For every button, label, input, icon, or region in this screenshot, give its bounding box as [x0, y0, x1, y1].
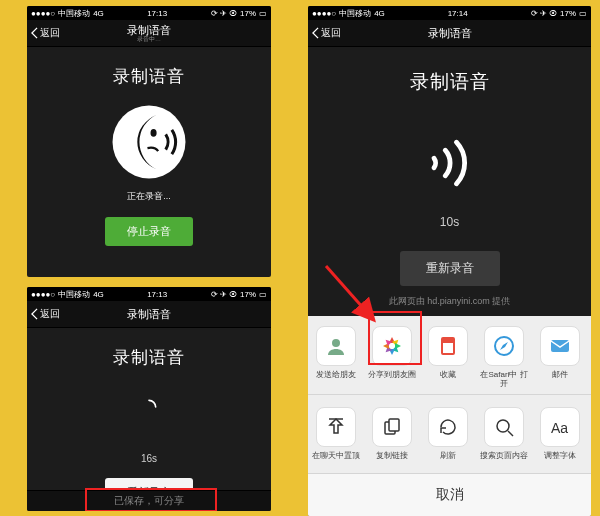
sheet-item-refresh[interactable]: 刷新: [420, 407, 476, 469]
status-bar: ●●●●○ 中国移动 4G 17:13 ⟳ ✈︎ ⦿ 17% ▭: [27, 287, 271, 301]
sheet-item-qq[interactable]: 分享到手机Q: [588, 326, 591, 388]
duration-label: 10s: [440, 215, 459, 229]
wechat-friend-icon: [316, 326, 356, 366]
nav-bar: 返回 录制语音: [308, 20, 591, 47]
moments-icon: [372, 326, 412, 366]
refresh-icon: [428, 407, 468, 447]
sheet-item-label: 搜索页面内容: [478, 451, 530, 469]
provider-text: 此网页由 hd.pianyini.com 提供: [308, 289, 591, 316]
rerecord-button[interactable]: 重新录音: [400, 251, 500, 286]
nav-title: 录制语音: [127, 308, 171, 320]
nav-title: 录制语音: [428, 27, 472, 39]
back-button[interactable]: 返回: [31, 26, 60, 40]
mail-icon: [540, 326, 580, 366]
recording-status: 正在录音...: [127, 190, 171, 203]
svg-point-2: [332, 339, 340, 347]
sheet-item-font-size[interactable]: Aa调整字体: [532, 407, 588, 469]
svg-line-15: [508, 431, 513, 436]
sheet-item-safari[interactable]: 在Safari中 打开: [476, 326, 532, 388]
sheet-item-label: 分享到朋友圈: [366, 370, 418, 388]
pin-top-icon: [316, 407, 356, 447]
page-title: 录制语音: [410, 69, 490, 95]
favorite-icon: [428, 326, 468, 366]
status-time: 17:14: [448, 9, 468, 18]
search-page-icon: [484, 407, 524, 447]
safari-icon: [484, 326, 524, 366]
sheet-item-wechat-friend[interactable]: 发送给朋友: [308, 326, 364, 388]
svg-rect-6: [551, 340, 569, 352]
page-title: 录制语音: [113, 346, 185, 369]
sheet-item-label: 复制链接: [366, 451, 418, 469]
svg-rect-13: [389, 419, 399, 431]
duration-label: 16s: [141, 453, 157, 464]
sound-waves-icon: [418, 131, 482, 195]
sheet-item-label: 刷新: [422, 451, 474, 469]
nav-title: 录制语音: [127, 24, 171, 36]
share-row: 发送给朋友分享到朋友圈收藏在Safari中 打开邮件分享到手机Q: [308, 316, 591, 392]
sheet-item-label: 在聊天中置顶: [310, 451, 362, 469]
sheet-item-read-mode[interactable]: 阅读: [588, 407, 591, 469]
phone-share-sheet: ●●●●○ 中国移动 4G 17:14 ⟳ ✈︎ ⦿ 17% ▭ 返回 录制语音…: [308, 6, 591, 516]
back-button[interactable]: 返回: [312, 26, 341, 40]
share-sheet: 发送给朋友分享到朋友圈收藏在Safari中 打开邮件分享到手机Q 在聊天中置顶复…: [308, 316, 591, 516]
svg-point-1: [151, 129, 157, 137]
font-size-icon: Aa: [540, 407, 580, 447]
sheet-item-mail[interactable]: 邮件: [532, 326, 588, 388]
loading-spinner-icon: [141, 399, 157, 415]
sheet-item-label: 分享到手机Q: [590, 370, 591, 388]
stop-recording-button[interactable]: 停止录音: [105, 217, 193, 246]
sheet-item-label: 在Safari中 打开: [478, 370, 530, 388]
sheet-item-label: 发送给朋友: [310, 370, 362, 388]
status-bar: ●●●●○ 中国移动 4G 17:14 ⟳ ✈︎ ⦿ 17% ▭: [308, 6, 591, 20]
sheet-item-search-page[interactable]: 搜索页面内容: [476, 407, 532, 469]
back-button[interactable]: 返回: [31, 307, 60, 321]
phone-recording: ●●●●○ 中国移动 4G 17:13 ⟳ ✈︎ ⦿ 17% ▭ 返回 录制语音…: [27, 6, 271, 277]
saved-share-bar[interactable]: 已保存，可分享: [27, 490, 271, 511]
page-title: 录制语音: [113, 65, 185, 88]
sheet-item-label: 阅读: [590, 451, 591, 469]
status-bar: ●●●●○ 中国移动 4G 17:13 ⟳ ✈︎ ⦿ 17% ▭: [27, 6, 271, 20]
status-time: 17:13: [147, 290, 167, 299]
cancel-button[interactable]: 取消: [308, 473, 591, 516]
copy-link-icon: [372, 407, 412, 447]
action-row: 在聊天中置顶复制链接刷新搜索页面内容Aa调整字体阅读: [308, 397, 591, 473]
svg-text:Aa: Aa: [551, 420, 568, 436]
nav-subtitle: 录音中…: [127, 36, 171, 43]
sheet-item-label: 邮件: [534, 370, 586, 388]
svg-point-14: [497, 420, 509, 432]
phone-saved: ●●●●○ 中国移动 4G 17:13 ⟳ ✈︎ ⦿ 17% ▭ 返回 录制语音…: [27, 287, 271, 511]
sheet-item-pin-top[interactable]: 在聊天中置顶: [308, 407, 364, 469]
sheet-item-label: 调整字体: [534, 451, 586, 469]
nav-bar: 返回 录制语音 录音中…: [27, 20, 271, 47]
sheet-item-moments[interactable]: 分享到朋友圈: [364, 326, 420, 388]
nav-bar: 返回 录制语音: [27, 301, 271, 328]
recording-face-icon: [111, 104, 187, 180]
sheet-item-favorite[interactable]: 收藏: [420, 326, 476, 388]
sheet-item-copy-link[interactable]: 复制链接: [364, 407, 420, 469]
sheet-item-label: 收藏: [422, 370, 474, 388]
status-time: 17:13: [147, 9, 167, 18]
svg-rect-4: [442, 338, 454, 343]
